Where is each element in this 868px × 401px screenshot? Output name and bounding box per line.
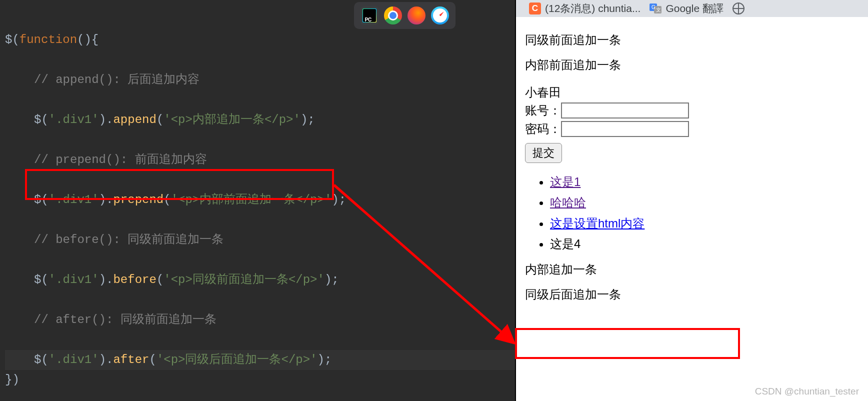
code-token: $(: [34, 353, 48, 366]
text-name: 小春田: [525, 84, 859, 100]
code-method: after: [113, 353, 149, 366]
code-token: (: [164, 193, 170, 206]
list-item: 这是设置html内容: [550, 216, 859, 232]
code-string: '.div1': [48, 353, 99, 366]
code-token: $(: [34, 113, 48, 126]
list-item-4: 这是4: [550, 236, 859, 252]
code-method: before: [113, 273, 156, 286]
code-comment: // after(): 同级前面追加一条: [34, 313, 216, 326]
code-token: );: [318, 353, 332, 366]
code-comment: // append(): 后面追加内容: [34, 73, 200, 86]
code-token: ).: [99, 193, 114, 206]
link-item-3[interactable]: 这是设置html内容: [550, 216, 644, 230]
tab-label: Google 翻譯: [666, 2, 724, 16]
code-comment: // before(): 同级前面追加一条: [34, 233, 224, 246]
code-token: }): [5, 373, 20, 386]
code-token: ).: [99, 353, 114, 366]
text-append: 内部追加一条: [525, 262, 859, 278]
input-pass[interactable]: [561, 121, 689, 137]
google-translate-favicon-icon: G文: [650, 2, 662, 14]
browser-tab-google[interactable]: G文 Google 翻譯: [650, 2, 724, 16]
code-token: );: [324, 273, 339, 286]
code-string: '.div1': [48, 113, 99, 126]
browser-tab-csdn[interactable]: C (12条消息) chuntia...: [529, 2, 640, 16]
link-list: 这是1 哈哈哈 这是设置html内容 这是4: [550, 174, 859, 252]
text-prepend: 内部前面追加一条: [525, 57, 859, 73]
code-keyword: function: [20, 33, 77, 46]
form-row-pass: 密码：: [525, 121, 859, 137]
macos-dock: [354, 2, 456, 29]
code-method: prepend: [113, 193, 164, 206]
svg-text:文: 文: [656, 7, 661, 12]
link-item-1[interactable]: 这是1: [550, 175, 580, 188]
code-string: '<p>内部前面追加一条</p>': [171, 193, 332, 206]
link-item-2[interactable]: 哈哈哈: [550, 196, 586, 209]
code-token: (: [156, 273, 164, 286]
label-pass: 密码：: [525, 121, 561, 137]
watermark: CSDN @chuntian_tester: [755, 386, 859, 397]
chrome-icon[interactable]: [384, 6, 402, 24]
text-after: 同级后面追加一条: [525, 286, 859, 302]
list-item: 这是1: [550, 174, 859, 190]
browser-tab-bar: C (12条消息) chuntia... G文 Google 翻譯: [516, 0, 868, 17]
code-token: $(: [34, 273, 48, 286]
code-editor[interactable]: $(function(){ // append(): 后面追加内容 $('.di…: [0, 0, 515, 401]
tab-label: (12条消息) chuntia...: [545, 2, 640, 16]
label-user: 账号：: [525, 102, 561, 118]
code-string: '.div1': [48, 273, 99, 286]
pycharm-icon[interactable]: [360, 6, 378, 24]
code-comment: // prepend(): 前面追加内容: [34, 153, 207, 166]
browser-window: C (12条消息) chuntia... G文 Google 翻譯 同级前面追加…: [515, 0, 868, 401]
code-string: '<p>同级前面追加一条</p>': [164, 273, 324, 286]
submit-button[interactable]: 提交: [525, 143, 562, 163]
safari-icon[interactable]: [431, 6, 449, 24]
text-before: 同级前面追加一条: [525, 32, 859, 48]
code-method: append: [113, 113, 156, 126]
code-token: (){: [77, 33, 98, 46]
code-string: '<p>内部追加一条</p>': [164, 113, 300, 126]
code-token: ).: [99, 273, 114, 286]
code-token: (: [149, 353, 156, 366]
globe-icon: [732, 2, 744, 14]
code-token: ).: [99, 113, 114, 126]
input-user[interactable]: [561, 102, 689, 118]
code-string: '.div1': [48, 193, 99, 206]
list-item: 哈哈哈: [550, 194, 859, 210]
code-token: $(: [34, 193, 48, 206]
svg-text:G: G: [652, 4, 656, 10]
page-content: 同级前面追加一条 内部前面追加一条 小春田 账号： 密码： 提交 这是1 哈哈哈…: [516, 17, 868, 302]
code-string: '<p>同级后面追加一条</p>': [156, 353, 318, 366]
form-row-user: 账号：: [525, 102, 859, 118]
code-token: (: [156, 113, 164, 126]
firefox-icon[interactable]: [408, 6, 426, 24]
code-token: );: [332, 193, 346, 206]
code-token: $(: [5, 33, 20, 46]
csdn-favicon-icon: C: [529, 2, 541, 14]
code-token: );: [300, 113, 315, 126]
browser-tab-other[interactable]: [732, 2, 744, 14]
